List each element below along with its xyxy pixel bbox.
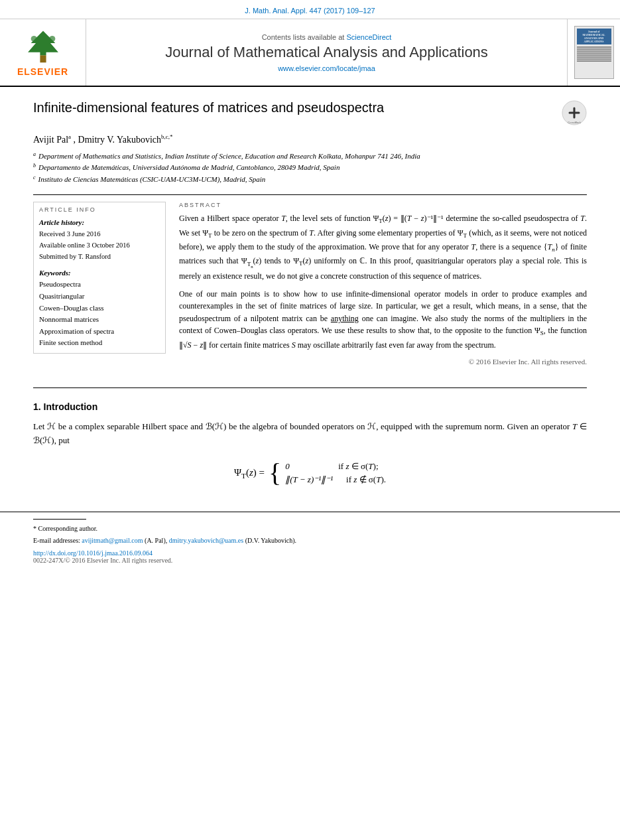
abstract-paragraph-1: Given a Hilbert space operator T, the le…	[179, 212, 587, 282]
article-history: Article history: Received 3 June 2016 Av…	[39, 217, 160, 262]
author-avijit: Avijit Pal	[33, 135, 68, 145]
affil-b-sup: b	[33, 162, 36, 174]
affil-b-text: Departamento de Matemáticas, Universidad…	[38, 162, 340, 174]
keyword-pseudospectra: Pseudospectra	[39, 279, 160, 291]
svg-point-2	[31, 36, 36, 42]
journal-header: ELSEVIER Contents lists available at Sci…	[0, 19, 620, 87]
authors-line: Avijit Pala , Dmitry V. Yakubovichb,c,*	[33, 133, 587, 145]
abstract-text: Given a Hilbert space operator T, the le…	[179, 212, 587, 368]
keyword-finite-section: Finite section method	[39, 337, 160, 349]
available-date: Available online 3 October 2016	[39, 240, 160, 251]
sciencedirect-label: Contents lists available at ScienceDirec…	[262, 33, 392, 41]
cover-title: Journal ofMATHEMATICALANALYSIS ANDAPPLIC…	[577, 29, 611, 44]
article-title-text: Infinite-dimensional features of matrice…	[33, 100, 555, 115]
keywords-label: Keywords:	[39, 269, 160, 277]
email-label: E-mail addresses:	[33, 537, 80, 544]
journal-cover-area: Journal ofMATHEMATICALANALYSIS ANDAPPLIC…	[567, 19, 620, 86]
formula-case2-value: ‖(T − z)⁻¹‖⁻¹	[285, 474, 333, 485]
author-dmitry-sup: b,c,*	[161, 133, 173, 140]
abstract-paragraph-2: One of our main points is to show how to…	[179, 288, 587, 352]
elsevier-logo: ELSEVIER	[17, 28, 70, 77]
author-avijit-sup: a	[68, 133, 71, 140]
article-info-box: ARTICLE INFO Article history: Received 3…	[33, 202, 166, 354]
keywords-section: Keywords: Pseudospectra Quasitriangular …	[39, 269, 160, 349]
article-title-row: Infinite-dimensional features of matrice…	[33, 100, 587, 125]
journal-url[interactable]: www.elsevier.com/locate/jmaa	[278, 64, 375, 72]
cover-decoration	[577, 46, 611, 62]
affiliation-b: b Departamento de Matemáticas, Universid…	[33, 162, 587, 174]
submitted-by: Submitted by T. Ransford	[39, 251, 160, 263]
email2-author: (D.V. Yakubovich).	[245, 537, 296, 544]
article-info-column: ARTICLE INFO Article history: Received 3…	[33, 202, 166, 368]
elsevier-tree-icon	[17, 28, 70, 64]
email-addresses: E-mail addresses: avijitmath@gmail.com (…	[33, 535, 587, 545]
intro-paragraph-1: Let ℋ be a complex separable Hilbert spa…	[33, 420, 587, 448]
journal-reference: J. Math. Anal. Appl. 447 (2017) 109–127	[0, 0, 620, 19]
issn-text: 0022-247X/© 2016 Elsevier Inc. All right…	[33, 557, 587, 564]
svg-marker-1	[28, 31, 58, 56]
affil-c-text: Instituto de Ciencias Matemáticas (CSIC-…	[38, 174, 266, 186]
abstract-header: ABSTRACT	[179, 202, 587, 208]
keyword-nonnormal: Nonnormal matrices	[39, 314, 160, 326]
footer-notes: * Corresponding author. E-mail addresses…	[0, 512, 620, 577]
affiliation-a: a Department of Mathematics and Statisti…	[33, 151, 587, 163]
history-label: Article history:	[39, 217, 160, 229]
formula-case1-value: 0	[285, 461, 325, 472]
affil-a-text: Department of Mathematics and Statistics…	[38, 151, 420, 163]
affiliations: a Department of Mathematics and Statisti…	[33, 151, 587, 186]
page: J. Math. Anal. Appl. 447 (2017) 109–127 …	[0, 0, 620, 840]
journal-title-area: Contents lists available at ScienceDirec…	[86, 19, 567, 86]
svg-rect-0	[40, 55, 46, 62]
article-info-header: ARTICLE INFO	[39, 206, 160, 213]
formula-case1-condition: if z ∈ σ(T);	[338, 461, 378, 472]
formula-lhs: ΨT(z) =	[234, 467, 265, 480]
crossmark-icon: CrossMark	[562, 100, 587, 125]
formula-brace-icon: {	[269, 460, 281, 486]
affil-c-sup: c	[33, 174, 36, 186]
elsevier-wordmark: ELSEVIER	[17, 66, 68, 77]
email2-link[interactable]: dmitry.yakubovich@uam.es	[169, 537, 243, 544]
section-number: 1.	[33, 401, 41, 412]
formula-cases: 0 if z ∈ σ(T); ‖(T − z)⁻¹‖⁻¹ if z ∉ σ(T)…	[285, 461, 386, 485]
author-dmitry: , Dmitry V. Yakubovich	[74, 135, 162, 145]
formula-case-1: 0 if z ∈ σ(T);	[285, 461, 386, 472]
affiliation-c: c Instituto de Ciencias Matemáticas (CSI…	[33, 174, 587, 186]
keyword-approximation: Approximation of spectra	[39, 326, 160, 338]
keyword-cowen-douglas: Cowen–Douglas class	[39, 303, 160, 315]
footnote-rule	[33, 519, 86, 520]
formula-case2-condition: if z ∉ σ(T).	[346, 474, 386, 485]
section-title-text: Introduction	[44, 401, 98, 412]
affil-a-sup: a	[33, 151, 36, 163]
corresponding-author: * Corresponding author.	[33, 524, 587, 533]
header-divider	[33, 194, 587, 195]
email1-author: (A. Pal),	[145, 537, 167, 544]
formula-psi: ΨT(z) = { 0 if z ∈ σ(T); ‖(T − z)⁻¹‖⁻¹ i…	[33, 460, 587, 486]
journal-cover-image: Journal ofMATHEMATICALANALYSIS ANDAPPLIC…	[574, 26, 614, 79]
copyright-text: © 2016 Elsevier Inc. All rights reserved…	[179, 356, 587, 368]
doi-link[interactable]: http://dx.doi.org/10.1016/j.jmaa.2016.09…	[33, 549, 587, 557]
formula-case-2: ‖(T − z)⁻¹‖⁻¹ if z ∉ σ(T).	[285, 474, 386, 485]
article-info-abstract: ARTICLE INFO Article history: Received 3…	[33, 202, 587, 368]
keyword-quasitriangular: Quasitriangular	[39, 291, 160, 303]
sciencedirect-link[interactable]: ScienceDirect	[346, 33, 391, 41]
section-1-title: 1. Introduction	[33, 401, 587, 412]
svg-text:CrossMark: CrossMark	[568, 121, 580, 124]
journal-ref-text: J. Math. Anal. Appl. 447 (2017) 109–127	[245, 7, 375, 15]
svg-point-3	[49, 36, 55, 42]
main-content: 1. Introduction Let ℋ be a complex separ…	[0, 388, 620, 505]
article-header-section: Infinite-dimensional features of matrice…	[0, 87, 620, 387]
elsevier-logo-area: ELSEVIER	[0, 19, 86, 86]
received-date: Received 3 June 2016	[39, 229, 160, 240]
journal-title: Journal of Mathematical Analysis and App…	[165, 44, 488, 61]
abstract-column: ABSTRACT Given a Hilbert space operator …	[179, 202, 587, 368]
email1-link[interactable]: avijitmath@gmail.com	[82, 537, 143, 544]
